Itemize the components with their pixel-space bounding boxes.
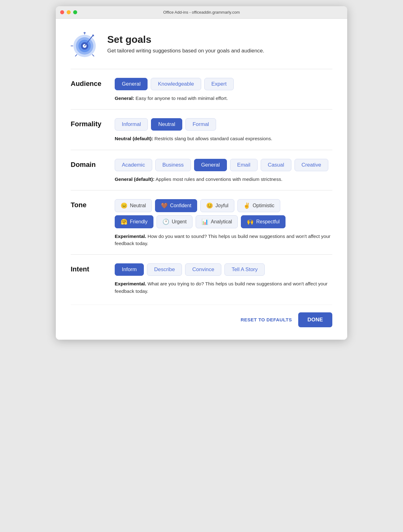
audience-btn-group: General Knowledgeable Expert (115, 78, 332, 90)
page-header: Set goals Get tailored writing suggestio… (71, 30, 332, 58)
domain-section: Domain Academic Business General Email C… (71, 150, 332, 190)
tone-label-joyful: Joyful (215, 203, 228, 208)
reset-to-defaults-button[interactable]: RESET TO DEFAULTS (241, 317, 292, 322)
domain-btn-group: Academic Business General Email Casual C… (115, 159, 332, 171)
tone-btn-respectful[interactable]: 🙌 Respectful (241, 215, 286, 228)
app-window: Office Add-ins - officeaddin.grammarly.c… (56, 6, 347, 340)
formality-btn-neutral[interactable]: Neutral (151, 118, 182, 131)
domain-desc-bold: General (default): (115, 177, 154, 182)
window-controls (60, 10, 77, 14)
formality-btn-formal[interactable]: Formal (185, 118, 216, 131)
audience-options: General Knowledgeable Expert General: Ea… (115, 78, 332, 102)
formality-btn-group: Informal Neutral Formal (115, 118, 332, 131)
page-title: Set goals (107, 34, 264, 45)
intent-btn-tell-a-story[interactable]: Tell A Story (224, 263, 265, 276)
tone-description: Experimental. How do you want to sound? … (115, 233, 332, 247)
urgent-emoji: 🕐 (162, 218, 169, 225)
maximize-button[interactable] (73, 10, 77, 14)
domain-label: Domain (71, 159, 105, 169)
minimize-button[interactable] (67, 10, 71, 14)
tone-label-friendly: Friendly (130, 219, 148, 225)
formality-section: Formality Informal Neutral Formal Neutra… (71, 109, 332, 150)
intent-btn-group: Inform Describe Convince Tell A Story (115, 263, 332, 276)
intent-section: Intent Inform Describe Convince Tell A S… (71, 254, 332, 302)
tone-btn-joyful[interactable]: 😊 Joyful (200, 199, 234, 212)
tone-btn-confident[interactable]: 🤎 Confident (155, 199, 197, 212)
respectful-emoji: 🙌 (247, 218, 254, 225)
intent-desc-bold: Experimental. (115, 281, 146, 286)
domain-btn-creative[interactable]: Creative (294, 159, 328, 171)
tone-btn-analytical[interactable]: 📊 Analytical (196, 215, 238, 228)
tone-options: 😐 Neutral 🤎 Confident 😊 Joyful (115, 199, 332, 247)
intent-description: Experimental. What are you trying to do?… (115, 280, 332, 295)
intent-btn-describe[interactable]: Describe (147, 263, 182, 276)
domain-btn-casual[interactable]: Casual (261, 159, 291, 171)
formality-desc-rest: Restricts slang but allows standard casu… (154, 136, 272, 141)
intent-btn-inform[interactable]: Inform (115, 263, 144, 276)
tone-desc-rest: How do you want to sound? This helps us … (115, 234, 330, 246)
svg-line-10 (75, 55, 77, 56)
page-subtitle: Get tailored writing suggestions based o… (107, 48, 264, 54)
tone-btn-rows: 😐 Neutral 🤎 Confident 😊 Joyful (115, 199, 332, 228)
svg-line-11 (92, 55, 94, 56)
formality-options: Informal Neutral Formal Neutral (default… (115, 118, 332, 142)
tone-desc-bold: Experimental. (115, 234, 146, 239)
audience-btn-expert[interactable]: Expert (204, 78, 234, 90)
main-content: Set goals Get tailored writing suggestio… (56, 19, 347, 340)
close-button[interactable] (60, 10, 64, 14)
domain-btn-general[interactable]: General (194, 159, 227, 171)
page-footer: RESET TO DEFAULTS DONE (71, 305, 332, 330)
intent-desc-rest: What are you trying to do? This helps us… (115, 281, 328, 293)
formality-desc-bold: Neutral (default): (115, 136, 153, 141)
domain-desc-rest: Applies most rules and conventions with … (156, 177, 282, 182)
tone-label-respectful: Respectful (256, 219, 280, 225)
domain-options: Academic Business General Email Casual C… (115, 159, 332, 183)
intent-btn-convince[interactable]: Convince (185, 263, 221, 276)
done-button[interactable]: DONE (298, 312, 332, 327)
tone-btn-neutral[interactable]: 😐 Neutral (115, 199, 152, 212)
tone-label: Tone (71, 199, 105, 209)
tone-label-analytical: Analytical (211, 219, 232, 225)
formality-description: Neutral (default): Restricts slang but a… (115, 135, 332, 142)
confident-emoji: 🤎 (161, 202, 168, 209)
tone-btn-friendly[interactable]: 🤗 Friendly (115, 215, 153, 228)
domain-description: General (default): Applies most rules an… (115, 176, 332, 183)
tone-label-urgent: Urgent (172, 219, 187, 225)
tone-label-confident: Confident (170, 203, 192, 208)
domain-btn-academic[interactable]: Academic (115, 159, 152, 171)
svg-marker-6 (92, 34, 94, 37)
header-text: Set goals Get tailored writing suggestio… (107, 34, 264, 54)
domain-btn-business[interactable]: Business (155, 159, 191, 171)
formality-btn-informal[interactable]: Informal (115, 118, 148, 131)
tone-row-2: 🤗 Friendly 🕐 Urgent 📊 Analytical (115, 215, 332, 228)
audience-description: General: Easy for anyone to read with mi… (115, 95, 332, 102)
tone-btn-urgent[interactable]: 🕐 Urgent (157, 215, 193, 228)
friendly-emoji: 🤗 (121, 218, 127, 225)
window-title: Office Add-ins - officeaddin.grammarly.c… (163, 10, 240, 15)
intent-options: Inform Describe Convince Tell A Story Ex… (115, 263, 332, 295)
target-icon (71, 30, 99, 58)
tone-label-neutral: Neutral (130, 203, 146, 208)
formality-label: Formality (71, 118, 105, 128)
tone-row-1: 😐 Neutral 🤎 Confident 😊 Joyful (115, 199, 332, 212)
title-bar: Office Add-ins - officeaddin.grammarly.c… (56, 6, 347, 19)
audience-label: Audience (71, 78, 105, 88)
audience-section: Audience General Knowledgeable Expert Ge… (71, 69, 332, 109)
intent-label: Intent (71, 263, 105, 273)
optimistic-emoji: ✌️ (243, 202, 250, 209)
audience-desc-bold: General: (115, 96, 134, 101)
audience-desc-rest: Easy for anyone to read with minimal eff… (135, 96, 228, 101)
joyful-emoji: 😊 (206, 202, 213, 209)
audience-btn-knowledgeable[interactable]: Knowledgeable (151, 78, 201, 90)
tone-btn-optimistic[interactable]: ✌️ Optimistic (237, 199, 280, 212)
tone-section: Tone 😐 Neutral 🤎 Confident (71, 190, 332, 255)
domain-btn-email[interactable]: Email (230, 159, 258, 171)
analytical-emoji: 📊 (202, 218, 208, 225)
tone-label-optimistic: Optimistic (253, 203, 274, 208)
audience-btn-general[interactable]: General (115, 78, 148, 90)
neutral-emoji: 😐 (121, 202, 127, 209)
